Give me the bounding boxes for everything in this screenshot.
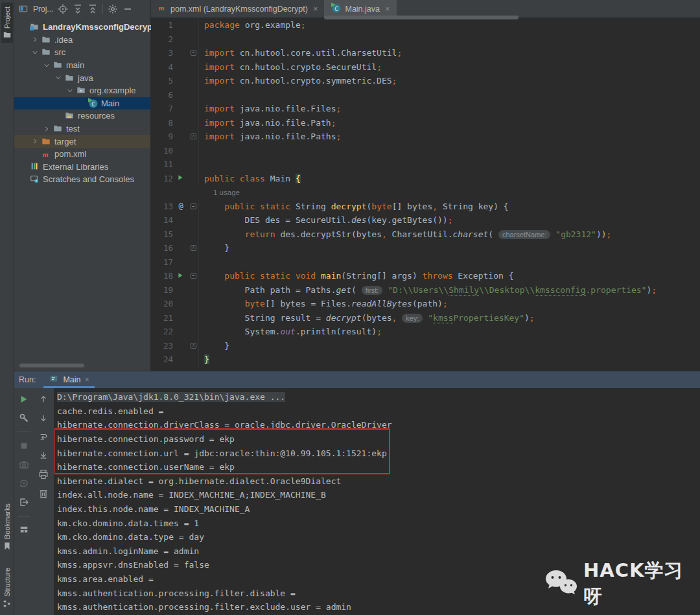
tree-item-resources[interactable]: resources [14,110,150,122]
run-tab-label: Main [63,375,80,384]
tree-item-java[interactable]: java [14,71,150,84]
chevron-down-icon[interactable] [53,75,64,81]
fold-marker[interactable]: ˄ [191,245,196,251]
fold-end-icon[interactable]: ˄ [189,339,199,353]
project-panel-hscrollbar[interactable] [19,364,84,367]
settings-icon[interactable] [108,4,118,14]
code-text: } [199,341,229,351]
tree-item-src[interactable]: src [14,46,150,59]
line-number: 21 [151,313,173,323]
tab-pom-xml[interactable]: m pom.xml (LandrayKmssconfigDecrypt) × [151,0,324,17]
chevron-right-icon[interactable] [30,36,40,43]
line-number: 18 [151,271,173,281]
tree-item-pom-xml[interactable]: mpom.xml [14,148,150,161]
tree-item-scratches-and-consoles[interactable]: Scratches and Consoles [14,173,150,186]
camera-button [18,459,30,470]
run-line-button[interactable] [173,174,189,182]
fold-marker[interactable]: ˄ [191,133,196,139]
tree-item-label: pom.xml [52,149,86,159]
close-icon[interactable]: × [85,375,89,384]
usages-inlay[interactable]: 1 usage [213,189,240,196]
softwrap-button[interactable] [38,431,49,443]
chevron-down-icon[interactable] [30,49,40,56]
fold-spacer [189,227,199,242]
code-text: } [199,354,209,364]
line-number: 11 [151,159,173,169]
code-text: Path path = Paths.get( first: "D:\\Users… [199,285,657,295]
run-line-button[interactable] [173,272,189,280]
fold-marker[interactable]: − [191,50,196,56]
close-icon[interactable]: × [384,4,390,14]
up-button[interactable] [38,393,49,405]
code-text: public static String decrypt(byte[] byte… [199,202,509,211]
tree-item--idea[interactable]: .idea [14,34,150,47]
fold-marker[interactable]: − [191,203,196,209]
fold-end-icon[interactable]: ˄ [189,241,199,255]
tool-window-button-structure[interactable]: Structure [1,564,13,612]
code-line: 17 [151,255,700,270]
folder-icon [40,36,52,44]
fold-marker[interactable]: − [191,273,196,279]
chevron-right-icon[interactable] [41,126,52,132]
code-text: DES des = SecureUtil.des(key.getBytes())… [199,215,453,225]
code-editor[interactable]: 1package org.example;23−import cn.hutool… [151,18,700,367]
down-button[interactable] [38,412,49,424]
tree-item-label: org.example [87,86,136,95]
project-tree: LandrayKmssconfigDecryptD:\.ideasrcmainj… [14,18,150,186]
tree-item-label: LandrayKmssconfigDecrypt [40,22,155,32]
rerun-button[interactable] [18,393,30,405]
tab-main-java[interactable]: C Main.java × [324,0,396,17]
tool-window-button-bookmarks[interactable]: Bookmarks [1,500,13,555]
chevron-down-icon[interactable] [65,87,75,94]
fold-spacer [189,172,199,186]
console-line: index.this.node.name = INDEX_MACHINE_A [57,502,700,516]
collapse-all-icon[interactable] [88,4,98,14]
fold-open-icon[interactable]: − [189,200,199,214]
layout-button[interactable] [18,524,30,536]
line-number: 12 [151,174,173,183]
tool-window-bar: Project Bookmarks Structure [0,0,14,615]
line-number: 17 [151,257,173,267]
fold-spacer [189,74,199,88]
line-number: 3 [151,48,173,58]
fold-marker[interactable]: ˄ [191,343,196,349]
chevron-down-icon[interactable] [41,62,52,69]
tree-item-landraykmssconfigdecrypt[interactable]: LandrayKmssconfigDecryptD:\ [14,21,150,34]
code-line: 13@− public static String decrypt(byte[]… [151,200,700,214]
editor-scrollbar-thumb[interactable] [324,16,519,19]
exit-button[interactable] [18,496,30,508]
package-icon [75,86,87,95]
console-text: hibernate.connection.url = jdbc:oracle:t… [57,448,387,458]
fold-open-icon[interactable]: − [189,46,199,60]
chevron-right-icon[interactable] [30,138,40,145]
scrollend-button[interactable] [38,450,49,461]
code-text: public static void main(String[] args) t… [199,271,513,281]
tree-item-main[interactable]: CMain [14,97,150,110]
tree-item-target[interactable]: target [14,135,150,148]
hide-icon[interactable] [122,4,133,14]
locate-icon[interactable] [58,4,68,14]
tree-item-main[interactable]: main [14,59,150,72]
trash-button[interactable] [38,487,49,499]
fold-end-icon[interactable]: ˄ [189,130,199,144]
tool-window-button-project[interactable]: Project [1,3,13,43]
settings-button[interactable] [18,412,30,424]
fold-open-icon[interactable]: − [189,269,199,283]
run-tab-main[interactable]: Main × [43,371,94,388]
console-text: index.this.node.name = INDEX_MACHINE_A [57,504,250,514]
close-icon[interactable]: × [312,4,318,14]
code-line: 6 [151,88,700,102]
code-line: 22 System.out.println(result); [151,325,700,339]
bookmarks-tool-label: Bookmarks [3,504,11,539]
project-folder-icon [3,31,12,39]
tree-item-label: Scratches and Consoles [40,174,134,184]
tree-item-org-example[interactable]: org.example [14,84,150,97]
panel-tool-icon[interactable] [18,4,29,14]
project-folder-icon [29,23,40,31]
fold-spacer [189,144,199,158]
tree-item-test[interactable]: test [14,122,150,135]
tree-item-external-libraries[interactable]: External Libraries [14,161,150,174]
expand-all-icon[interactable] [73,4,83,14]
console-line: hibernate.connection.driverClass = oracl… [57,418,700,432]
printer-button[interactable] [38,469,49,480]
